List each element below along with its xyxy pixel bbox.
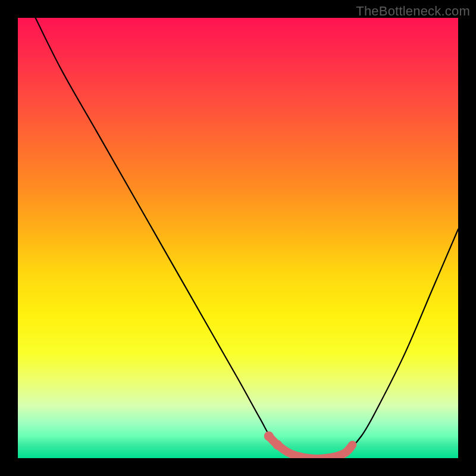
watermark-text: TheBottleneck.com [356, 4, 470, 19]
chart-frame: TheBottleneck.com [0, 0, 476, 476]
curve-layer [18, 18, 458, 458]
bottleneck-curve [36, 18, 458, 458]
highlight-bead [264, 431, 274, 441]
plot-area [18, 18, 458, 458]
highlight-bead [273, 440, 283, 450]
